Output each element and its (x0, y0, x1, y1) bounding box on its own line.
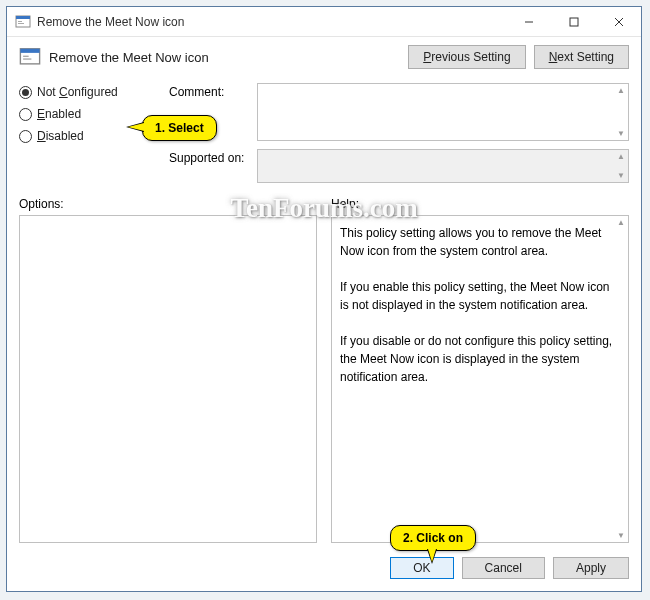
options-panel: Options: (19, 197, 317, 543)
apply-button[interactable]: Apply (553, 557, 629, 579)
help-text: This policy setting allows you to remove… (340, 224, 620, 386)
svg-rect-10 (23, 56, 29, 57)
radio-icon (19, 130, 32, 143)
help-panel: Help: This policy setting allows you to … (331, 197, 629, 543)
dialog-window: Remove the Meet Now icon Remove the Meet… (6, 6, 642, 592)
supported-label: Supported on: (169, 149, 249, 165)
options-label: Options: (19, 197, 317, 211)
annotation-select: 1. Select (142, 115, 217, 141)
help-box: This policy setting allows you to remove… (331, 215, 629, 543)
radio-icon (19, 86, 32, 99)
window-title: Remove the Meet Now icon (37, 15, 506, 29)
close-button[interactable] (596, 7, 641, 36)
minimize-button[interactable] (506, 7, 551, 36)
next-setting-button[interactable]: Next Setting (534, 45, 629, 69)
supported-textbox: ▲▼ (257, 149, 629, 183)
gpedit-icon (19, 46, 41, 68)
help-label: Help: (331, 197, 629, 211)
config-row: Not Configured Enabled Disabled Comment:… (19, 83, 629, 191)
svg-rect-9 (20, 49, 39, 53)
options-box (19, 215, 317, 543)
ok-button[interactable]: OK (390, 557, 453, 579)
scroll-arrows[interactable]: ▲▼ (614, 150, 628, 182)
dialog-heading: Remove the Meet Now icon (49, 50, 400, 65)
radio-column: Not Configured Enabled Disabled (19, 83, 159, 151)
previous-setting-button[interactable]: Previous Setting (408, 45, 525, 69)
comment-label: Comment: (169, 83, 249, 99)
scroll-arrows[interactable]: ▲▼ (614, 84, 628, 140)
comment-textbox[interactable]: ▲▼ (257, 83, 629, 141)
cancel-button[interactable]: Cancel (462, 557, 545, 579)
panels-row: Options: Help: This policy setting allow… (19, 197, 629, 543)
svg-rect-1 (16, 16, 30, 19)
svg-rect-11 (23, 58, 31, 59)
radio-icon (19, 108, 32, 121)
gpedit-icon (15, 14, 31, 30)
svg-rect-3 (18, 23, 24, 24)
dialog-footer: OK Cancel Apply (7, 549, 641, 591)
radio-not-configured[interactable]: Not Configured (19, 85, 159, 99)
maximize-button[interactable] (551, 7, 596, 36)
annotation-click: 2. Click on (390, 525, 476, 551)
svg-rect-2 (18, 21, 22, 22)
header-row: Remove the Meet Now icon Previous Settin… (19, 45, 629, 69)
radio-enabled[interactable]: Enabled (19, 107, 159, 121)
svg-rect-5 (570, 18, 578, 26)
scroll-arrows[interactable]: ▲▼ (614, 216, 628, 542)
dialog-content: Remove the Meet Now icon Previous Settin… (7, 37, 641, 549)
fields-column: Comment: ▲▼ Supported on: ▲▼ (169, 83, 629, 191)
window-controls (506, 7, 641, 36)
titlebar: Remove the Meet Now icon (7, 7, 641, 37)
